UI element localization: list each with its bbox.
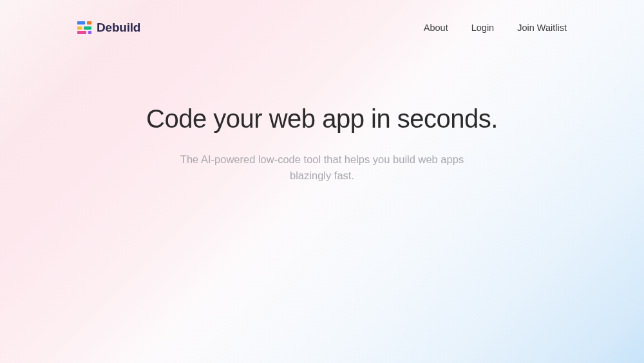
logo-icon <box>77 21 91 34</box>
brand-name: Debuild <box>97 21 140 35</box>
nav: About Login Join Waitlist <box>424 23 567 33</box>
nav-about[interactable]: About <box>424 23 448 33</box>
hero-title: Code your web app in seconds. <box>26 104 618 133</box>
header: Debuild About Login Join Waitlist <box>0 0 644 35</box>
hero: Code your web app in seconds. The AI-pow… <box>0 104 644 184</box>
brand-logo[interactable]: Debuild <box>77 21 140 35</box>
hero-subtitle: The AI-powered low-code tool that helps … <box>167 152 477 184</box>
nav-join-waitlist[interactable]: Join Waitlist <box>517 23 567 33</box>
nav-login[interactable]: Login <box>471 23 494 33</box>
